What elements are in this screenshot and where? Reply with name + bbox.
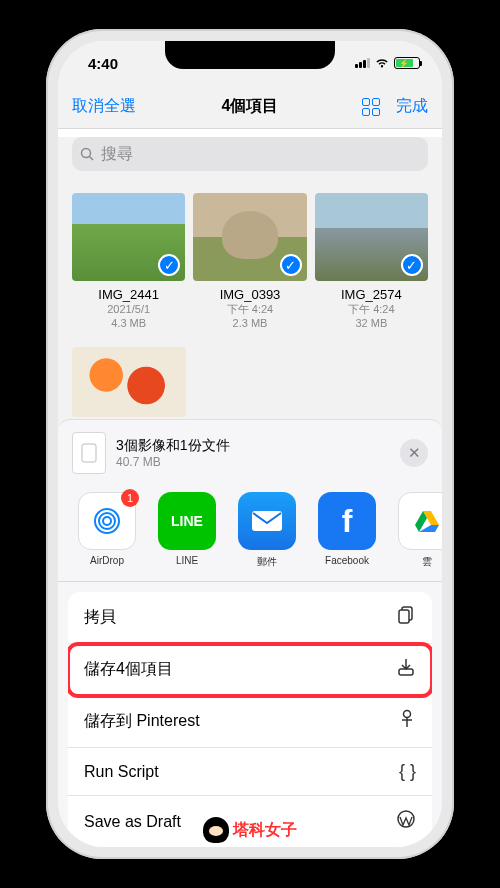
status-indicators: ⚡	[355, 57, 420, 69]
airdrop-app[interactable]: 1 AirDrop	[76, 492, 138, 569]
thumbnail[interactable]	[72, 347, 186, 417]
drive-icon	[398, 492, 442, 550]
drive-app[interactable]: 雲	[396, 492, 442, 569]
sheet-title: 3個影像和1份文件	[116, 437, 230, 455]
file-date: 下午 4:24	[315, 302, 428, 316]
save-items-action[interactable]: 儲存4個項目	[68, 644, 432, 696]
watermark: 塔科女子	[203, 817, 297, 843]
file-item[interactable]: ✓ IMG_2574 下午 4:24 32 MB	[315, 193, 428, 331]
line-icon: LINE	[158, 492, 216, 550]
signal-icon	[355, 58, 370, 68]
svg-rect-6	[252, 511, 282, 531]
thumbnail: ✓	[72, 193, 185, 281]
search-placeholder: 搜尋	[101, 144, 133, 165]
file-size: 4.3 MB	[72, 316, 185, 330]
thumbnail: ✓	[315, 193, 428, 281]
file-grid: ✓ IMG_2441 2021/5/1 4.3 MB ✓ IMG_0393 下午…	[58, 179, 442, 337]
svg-point-10	[404, 711, 411, 718]
wordpress-icon	[396, 809, 416, 834]
sheet-header: 3個影像和1份文件 40.7 MB ✕	[58, 420, 442, 486]
share-apps-row[interactable]: 1 AirDrop LINE LINE 郵件 f Facebook	[58, 486, 442, 582]
line-app[interactable]: LINE LINE	[156, 492, 218, 569]
screen: 4:40 ⚡ 取消全選 4個項目 完成 搜尋	[58, 41, 442, 847]
svg-rect-8	[399, 610, 409, 623]
action-list: 拷貝 儲存4個項目 儲存到 Pinterest	[68, 592, 432, 847]
save-pinterest-action[interactable]: 儲存到 Pinterest	[68, 696, 432, 748]
status-time: 4:40	[88, 55, 118, 72]
sheet-subtitle: 40.7 MB	[116, 455, 230, 469]
search-icon	[80, 147, 95, 162]
app-label: 雲	[396, 555, 442, 569]
search-input[interactable]: 搜尋	[72, 137, 428, 171]
deselect-all-button[interactable]: 取消全選	[72, 96, 136, 117]
battery-icon: ⚡	[394, 57, 420, 69]
app-label: AirDrop	[76, 555, 138, 566]
copy-icon	[396, 605, 416, 630]
thumbnail: ✓	[193, 193, 306, 281]
selected-check-icon: ✓	[280, 254, 302, 276]
file-size: 32 MB	[315, 316, 428, 330]
watermark-avatar-icon	[203, 817, 229, 843]
svg-line-1	[90, 156, 94, 160]
phone-frame: 4:40 ⚡ 取消全選 4個項目 完成 搜尋	[46, 29, 454, 859]
svg-point-0	[82, 148, 91, 157]
mail-icon	[238, 492, 296, 550]
action-label: 儲存到 Pinterest	[84, 711, 200, 732]
svg-point-4	[99, 513, 115, 529]
action-label: Save as Draft	[84, 813, 181, 831]
file-item[interactable]: ✓ IMG_0393 下午 4:24 2.3 MB	[193, 193, 306, 331]
grid-view-icon[interactable]	[362, 98, 380, 116]
mail-app[interactable]: 郵件	[236, 492, 298, 569]
svg-rect-2	[82, 444, 96, 462]
airdrop-icon: 1	[78, 492, 136, 550]
selected-check-icon: ✓	[158, 254, 180, 276]
app-label: Facebook	[316, 555, 378, 566]
selected-check-icon: ✓	[401, 254, 423, 276]
app-label: 郵件	[236, 555, 298, 569]
pin-icon	[398, 709, 416, 734]
app-label: LINE	[156, 555, 218, 566]
download-icon	[396, 657, 416, 682]
document-icon	[72, 432, 106, 474]
action-label: 拷貝	[84, 607, 116, 628]
file-size: 2.3 MB	[193, 316, 306, 330]
badge: 1	[121, 489, 139, 507]
file-name: IMG_0393	[193, 287, 306, 302]
svg-point-3	[103, 517, 111, 525]
file-date: 2021/5/1	[72, 302, 185, 316]
wifi-icon	[374, 57, 390, 69]
close-icon: ✕	[408, 444, 421, 462]
braces-icon: { }	[399, 761, 416, 782]
facebook-app[interactable]: f Facebook	[316, 492, 378, 569]
done-button[interactable]: 完成	[396, 96, 428, 117]
file-item[interactable]: ✓ IMG_2441 2021/5/1 4.3 MB	[72, 193, 185, 331]
close-button[interactable]: ✕	[400, 439, 428, 467]
file-date: 下午 4:24	[193, 302, 306, 316]
file-name: IMG_2574	[315, 287, 428, 302]
run-script-action[interactable]: Run Script { }	[68, 748, 432, 796]
share-sheet: 3個影像和1份文件 40.7 MB ✕ 1 AirDrop LINE	[58, 420, 442, 847]
notch	[165, 41, 335, 69]
action-label: 儲存4個項目	[84, 659, 173, 680]
content-area: 搜尋 ✓ IMG_2441 2021/5/1 4.3 MB ✓ IMG_0393	[58, 137, 442, 427]
file-grid-row2	[58, 337, 442, 427]
action-label: Run Script	[84, 763, 159, 781]
copy-action[interactable]: 拷貝	[68, 592, 432, 644]
file-name: IMG_2441	[72, 287, 185, 302]
watermark-text: 塔科女子	[233, 820, 297, 841]
nav-bar: 取消全選 4個項目 完成	[58, 85, 442, 129]
facebook-icon: f	[318, 492, 376, 550]
